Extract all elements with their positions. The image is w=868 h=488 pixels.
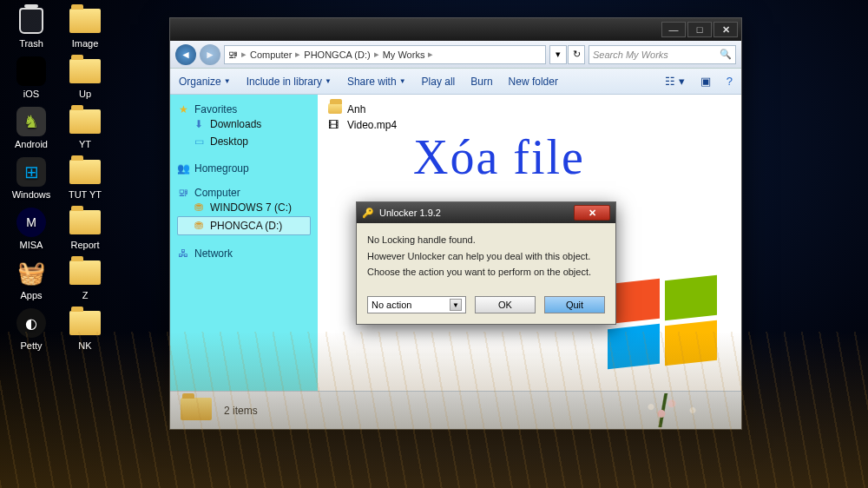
icon-label: Petty bbox=[20, 340, 42, 351]
dialog-titlebar[interactable]: 🔑 Unlocker 1.9.2 ✕ bbox=[357, 202, 615, 223]
search-input[interactable]: Search My Works 🔍 bbox=[589, 45, 736, 64]
dialog-text: Choose the action you want to perform on… bbox=[367, 264, 605, 280]
breadcrumb-dropdown-button[interactable]: ▾ bbox=[549, 45, 567, 64]
label: Organize bbox=[179, 76, 221, 88]
share-with-menu[interactable]: Share with▼ bbox=[347, 76, 406, 88]
desktop-icon-misa[interactable]: MMISA bbox=[7, 207, 56, 250]
sidebar: ★Favorites ⬇Downloads ▭Desktop 👥Homegrou… bbox=[170, 95, 318, 391]
desktop-icon-ios[interactable]: iOS bbox=[7, 56, 56, 99]
desktop-icons-col2: Image Up YT TUT YT Report Z NK bbox=[61, 5, 109, 351]
icon-label: iOS bbox=[23, 89, 39, 99]
label: Desktop bbox=[210, 135, 248, 148]
apple-icon bbox=[16, 56, 46, 86]
nav-forward-button[interactable]: ► bbox=[200, 44, 220, 65]
label: PHONGCA (D:) bbox=[210, 220, 282, 232]
refresh-button[interactable]: ↻ bbox=[568, 45, 585, 64]
desktop-icon-yt[interactable]: YT bbox=[61, 106, 109, 149]
download-icon: ⬇ bbox=[193, 118, 205, 130]
file-item-video[interactable]: 🎞 Video.mp4 bbox=[328, 117, 731, 133]
chevron-down-icon: ▼ bbox=[325, 77, 332, 85]
sidebar-item-drive-c[interactable]: ⛃WINDOWS 7 (C:) bbox=[177, 199, 311, 216]
dialog-text: However Unlocker can help you deal with … bbox=[367, 248, 605, 265]
action-combo[interactable]: No action ▼ bbox=[367, 296, 466, 313]
toolbar: Organize▼ Include in library▼ Share with… bbox=[170, 69, 741, 95]
icon-label: TUT YT bbox=[69, 189, 102, 200]
chevron-right-icon: ▸ bbox=[428, 49, 433, 60]
chevron-down-icon: ▼ bbox=[399, 77, 406, 85]
desktop-icon-trash[interactable]: Trash bbox=[7, 5, 56, 49]
desktop-icon-nk[interactable]: NK bbox=[61, 307, 109, 351]
sidebar-homegroup: 👥Homegroup bbox=[177, 162, 311, 175]
sidebar-favorites-header[interactable]: ★Favorites bbox=[177, 103, 311, 115]
sidebar-network-header[interactable]: 🖧Network bbox=[177, 247, 311, 260]
breadcrumb-item-drive[interactable]: PHONGCA (D:) bbox=[304, 49, 370, 60]
sidebar-item-downloads[interactable]: ⬇Downloads bbox=[177, 115, 311, 133]
close-button[interactable]: ✕ bbox=[713, 22, 738, 37]
refresh-group: ▾ ↻ bbox=[549, 45, 585, 64]
maximize-button[interactable]: □ bbox=[687, 22, 712, 37]
minimize-button[interactable]: — bbox=[661, 22, 686, 37]
sidebar-computer-header[interactable]: 🖳Computer bbox=[177, 187, 311, 199]
label: Computer bbox=[194, 187, 240, 199]
dialog-text: No Locking handle found. bbox=[367, 232, 605, 248]
icon-label: Report bbox=[70, 240, 99, 250]
organize-menu[interactable]: Organize▼ bbox=[179, 76, 231, 88]
misa-icon: M bbox=[16, 208, 46, 237]
quit-button[interactable]: Quit bbox=[544, 296, 605, 313]
dialog-close-button[interactable]: ✕ bbox=[574, 205, 610, 221]
breadcrumb[interactable]: 🖳 ▸ Computer ▸ PHONGCA (D:) ▸ My Works ▸ bbox=[224, 45, 546, 64]
help-button[interactable]: ? bbox=[727, 75, 733, 88]
sidebar-homegroup-header[interactable]: 👥Homegroup bbox=[177, 162, 311, 175]
desktop: Trash iOS ♞Android ⊞Windows MMISA 🧺Apps … bbox=[0, 0, 868, 488]
icon-label: YT bbox=[79, 139, 91, 149]
breadcrumb-item-folder[interactable]: My Works bbox=[383, 49, 425, 60]
breadcrumb-item-computer[interactable]: Computer bbox=[250, 49, 292, 60]
desktop-icon-windows[interactable]: ⊞Windows bbox=[7, 156, 56, 200]
folder-icon bbox=[69, 260, 101, 285]
play-all-button[interactable]: Play all bbox=[422, 76, 456, 88]
status-text: 2 items bbox=[224, 405, 258, 417]
label: WINDOWS 7 (C:) bbox=[210, 201, 292, 214]
desktop-icon-up[interactable]: Up bbox=[61, 56, 109, 99]
combo-value: No action bbox=[372, 300, 411, 310]
ok-button[interactable]: OK bbox=[475, 296, 536, 313]
drive-icon: ⛃ bbox=[193, 220, 205, 232]
folder-icon bbox=[69, 160, 101, 184]
desktop-icon-tut-yt[interactable]: TUT YT bbox=[61, 156, 109, 200]
desktop-icon-apps[interactable]: 🧺Apps bbox=[7, 257, 56, 300]
include-library-menu[interactable]: Include in library▼ bbox=[247, 76, 332, 88]
label: Play all bbox=[422, 76, 456, 88]
titlebar[interactable]: — □ ✕ bbox=[170, 18, 741, 41]
folder-icon bbox=[69, 210, 101, 234]
icon-label: Z bbox=[82, 290, 89, 300]
new-folder-button[interactable]: New folder bbox=[509, 76, 558, 88]
desktop-icon-z[interactable]: Z bbox=[61, 257, 109, 300]
watermark-text: Xóa file bbox=[413, 129, 585, 185]
label: Quit bbox=[566, 300, 583, 310]
label: Include in library bbox=[247, 76, 322, 88]
desktop-icon-report[interactable]: Report bbox=[61, 207, 109, 250]
flower-decoration bbox=[620, 393, 724, 427]
unlocker-dialog: 🔑 Unlocker 1.9.2 ✕ No Locking handle fou… bbox=[356, 201, 616, 325]
folder-icon bbox=[328, 103, 342, 115]
icon-label: MISA bbox=[20, 240, 43, 250]
label: Favorites bbox=[194, 103, 237, 115]
chevron-right-icon: ▸ bbox=[295, 49, 300, 60]
sidebar-computer: 🖳Computer ⛃WINDOWS 7 (C:) ⛃PHONGCA (D:) bbox=[177, 187, 311, 235]
view-options-button[interactable]: ☷ ▾ bbox=[665, 75, 685, 88]
desktop-icon-image[interactable]: Image bbox=[61, 5, 109, 49]
sidebar-item-desktop[interactable]: ▭Desktop bbox=[177, 133, 311, 150]
nav-back-button[interactable]: ◄ bbox=[175, 44, 196, 65]
label: Burn bbox=[470, 76, 492, 88]
file-item-folder[interactable]: Anh bbox=[328, 102, 731, 117]
network-icon: 🖧 bbox=[177, 247, 189, 260]
label: Homegroup bbox=[194, 162, 249, 175]
video-file-icon: 🎞 bbox=[328, 119, 342, 131]
basket-icon: 🧺 bbox=[16, 258, 46, 287]
sidebar-item-drive-d[interactable]: ⛃PHONGCA (D:) bbox=[177, 216, 311, 235]
label: Share with bbox=[347, 76, 397, 88]
desktop-icon-android[interactable]: ♞Android bbox=[7, 106, 56, 149]
burn-button[interactable]: Burn bbox=[470, 76, 492, 88]
preview-pane-button[interactable]: ▣ bbox=[700, 75, 711, 88]
desktop-icon-petty[interactable]: ◐Petty bbox=[7, 307, 56, 351]
